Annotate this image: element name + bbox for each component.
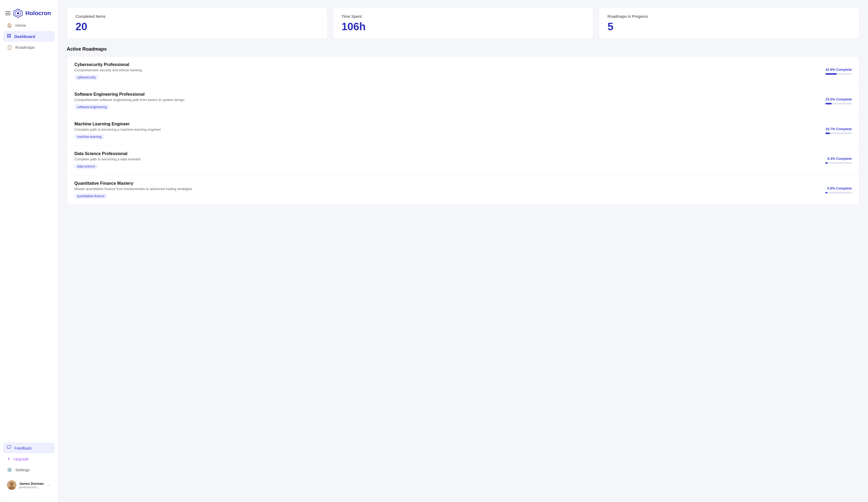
- roadmap-title: Cybersecurity Professional: [74, 62, 820, 67]
- roadmap-tag: data-science: [74, 164, 98, 169]
- sidebar-item-home[interactable]: 🏠 Home: [3, 20, 55, 30]
- home-label: Home: [16, 23, 26, 28]
- sidebar-item-dashboard[interactable]: Dashboard: [3, 31, 55, 42]
- main-content: Completed Items 20 Time Spent 106h Roadm…: [58, 0, 868, 502]
- feedback-icon: [7, 445, 11, 451]
- feedback-label: Feedback: [14, 446, 32, 450]
- svg-rect-7: [7, 445, 11, 448]
- roadmap-progress: 8.3% Complete: [820, 157, 852, 164]
- main-nav: 🏠 Home Dashboard 📋 Roadmaps: [0, 20, 58, 443]
- svg-rect-5: [7, 36, 9, 38]
- svg-point-9: [10, 482, 13, 486]
- roadmap-percent-label: 42.9% Complete: [825, 68, 852, 72]
- roadmap-progress: 42.9% Complete: [820, 68, 852, 75]
- roadmap-title: Software Engineering Professional: [74, 92, 820, 97]
- roadmaps-icon: 📋: [7, 45, 12, 50]
- upgrade-label: Upgrade: [13, 457, 29, 461]
- roadmap-tag: cybersecurity: [74, 75, 99, 80]
- roadmap-description: Master quantitative finance from fundame…: [74, 187, 820, 191]
- stat-value-roadmaps: 5: [608, 21, 851, 32]
- menu-toggle[interactable]: [5, 11, 11, 15]
- svg-rect-6: [9, 36, 11, 38]
- svg-rect-4: [9, 34, 11, 36]
- section-title-roadmaps: Active Roadmaps: [67, 47, 859, 52]
- stats-row: Completed Items 20 Time Spent 106h Roadm…: [67, 8, 859, 39]
- roadmap-item[interactable]: Quantitative Finance Mastery Master quan…: [67, 175, 859, 204]
- roadmap-left: Quantitative Finance Mastery Master quan…: [74, 181, 820, 199]
- sidebar-bottom: Feedback ✦ Upgrade ⚙️ Settings James Dur…: [0, 443, 58, 497]
- dashboard-label: Dashboard: [14, 34, 35, 39]
- stat-label-completed: Completed Items: [75, 14, 319, 19]
- roadmap-description: Complete path to becoming a data scienti…: [74, 157, 820, 161]
- progress-bar-fill: [825, 192, 827, 193]
- roadmap-tag: quantitative-finance: [74, 193, 107, 199]
- progress-bar-bg: [825, 192, 852, 193]
- stat-value-completed: 20: [75, 21, 319, 32]
- progress-bar-bg: [825, 73, 852, 75]
- progress-bar-fill: [825, 162, 827, 164]
- roadmap-item[interactable]: Data Science Professional Complete path …: [67, 145, 859, 175]
- roadmap-title: Data Science Professional: [74, 151, 820, 156]
- stat-card-completed: Completed Items 20: [67, 8, 328, 39]
- roadmaps-label: Roadmaps: [16, 45, 35, 50]
- roadmap-item[interactable]: Cybersecurity Professional Comprehensive…: [67, 57, 859, 86]
- roadmap-percent-label: 23.5% Complete: [825, 97, 852, 101]
- roadmap-title: Machine Learning Engineer: [74, 122, 820, 127]
- roadmap-percent-label: 8.3% Complete: [827, 157, 852, 161]
- roadmap-progress: 6.9% Complete: [820, 186, 852, 193]
- progress-bar-bg: [825, 132, 852, 134]
- logout-icon[interactable]: →: [47, 483, 51, 488]
- roadmap-left: Software Engineering Professional Compre…: [74, 92, 820, 110]
- upgrade-icon: ✦: [7, 456, 10, 461]
- sidebar-item-roadmaps[interactable]: 📋 Roadmaps: [3, 42, 55, 52]
- stat-label-roadmaps: Roadmaps in Progress: [608, 14, 851, 19]
- roadmap-title: Quantitative Finance Mastery: [74, 181, 820, 186]
- roadmap-percent-label: 16.7% Complete: [825, 127, 852, 131]
- roadmap-percent-label: 6.9% Complete: [827, 186, 852, 190]
- stat-label-time: Time Spent: [342, 14, 585, 19]
- roadmap-description: Comprehensive software engineering path …: [74, 98, 820, 102]
- progress-bar-bg: [825, 103, 852, 104]
- roadmap-left: Cybersecurity Professional Comprehensive…: [74, 62, 820, 80]
- roadmap-item[interactable]: Software Engineering Professional Compre…: [67, 86, 859, 116]
- roadmap-left: Machine Learning Engineer Complete path …: [74, 122, 820, 139]
- svg-point-2: [17, 12, 19, 14]
- sidebar: Holocron 🏠 Home Dashboard 📋 Roadmaps Fee…: [0, 0, 58, 502]
- progress-bar-fill: [825, 73, 837, 75]
- roadmap-description: Comprehensive security and ethical hacki…: [74, 68, 820, 72]
- user-row: James Durman jamesdurman... →: [3, 478, 55, 492]
- roadmaps-list: Cybersecurity Professional Comprehensive…: [67, 56, 859, 205]
- svg-rect-3: [7, 34, 9, 36]
- sidebar-item-upgrade[interactable]: ✦ Upgrade: [3, 454, 55, 464]
- roadmap-item[interactable]: Machine Learning Engineer Complete path …: [67, 116, 859, 145]
- stat-card-roadmaps: Roadmaps in Progress 5: [599, 8, 859, 39]
- holocron-logo-icon: [13, 9, 23, 18]
- progress-bar-fill: [825, 132, 830, 134]
- roadmap-tag: software-engineering: [74, 104, 109, 110]
- user-email: jamesdurman...: [19, 485, 44, 489]
- roadmap-description: Complete path to becoming a machine lear…: [74, 128, 820, 131]
- roadmap-progress: 16.7% Complete: [820, 127, 852, 134]
- app-name: Holocron: [25, 10, 51, 17]
- stat-card-time: Time Spent 106h: [333, 8, 594, 39]
- roadmap-tag: machine-learning: [74, 134, 104, 139]
- stat-value-time: 106h: [342, 21, 585, 32]
- progress-bar-fill: [825, 103, 832, 104]
- settings-icon: ⚙️: [7, 467, 12, 472]
- sidebar-item-feedback[interactable]: Feedback: [3, 443, 55, 453]
- sidebar-item-settings[interactable]: ⚙️ Settings: [3, 465, 55, 475]
- settings-label: Settings: [16, 468, 30, 472]
- roadmap-progress: 23.5% Complete: [820, 97, 852, 104]
- user-info: James Durman jamesdurman...: [19, 482, 44, 489]
- progress-bar-bg: [825, 162, 852, 164]
- roadmap-left: Data Science Professional Complete path …: [74, 151, 820, 169]
- home-icon: 🏠: [7, 23, 12, 28]
- dashboard-icon: [7, 34, 11, 39]
- avatar: [7, 480, 17, 490]
- user-name: James Durman: [19, 482, 44, 485]
